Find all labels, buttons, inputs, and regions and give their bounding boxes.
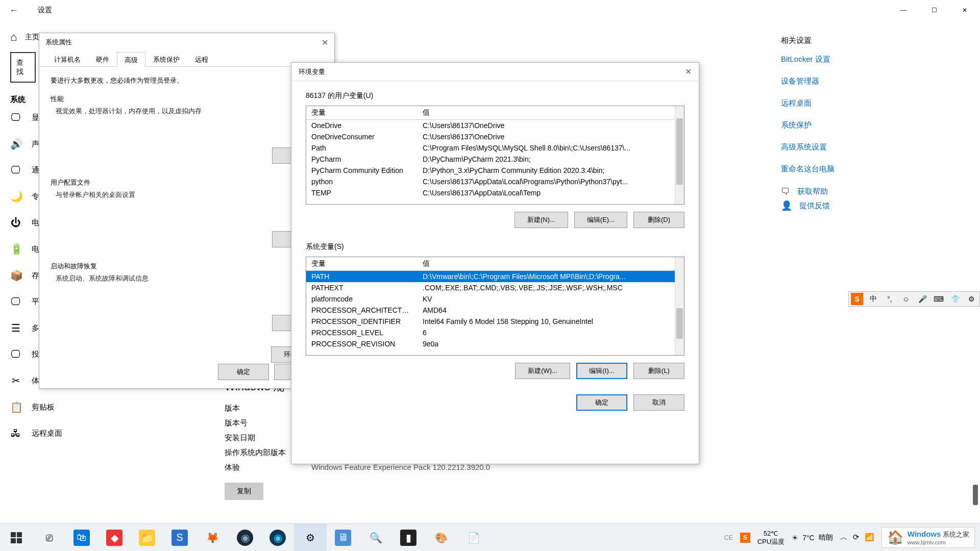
table-row[interactable]: PROCESSOR_ARCHITECTUREAMD64 — [306, 305, 684, 316]
scrollbar[interactable] — [675, 257, 684, 355]
close-icon[interactable]: ✕ — [685, 67, 692, 77]
nav-label: 声 — [32, 139, 39, 149]
sys-vars-table[interactable]: 变量 值 PATHD:\Vmware\bin\;C:\Program Files… — [306, 257, 684, 356]
tray-sync-icon[interactable]: ⟳ — [853, 533, 860, 542]
ime-symbol-icon[interactable]: ⚙ — [965, 293, 977, 305]
power-icon: ⏻ — [10, 217, 21, 229]
table-row[interactable]: TEMPC:\Users\86137\AppData\Local\Temp — [306, 187, 684, 198]
taskbar-app-control[interactable]: 🖥 — [327, 524, 359, 552]
tray-chevron-icon[interactable]: ︿ — [840, 533, 848, 542]
col-var-header[interactable]: 变量 — [306, 257, 418, 270]
table-row[interactable]: PyCharmD:\PyCharm\PyCharm 2021.3\bin; — [306, 154, 684, 165]
var-name: PROCESSOR_LEVEL — [306, 328, 418, 337]
table-row[interactable]: PyCharm Community EditionD:\Python_3.x\P… — [306, 165, 684, 176]
user-edit-button[interactable]: 编辑(E)... — [574, 212, 627, 228]
table-row[interactable]: PATHD:\Vmware\bin\;C:\Program Files\Micr… — [306, 271, 684, 282]
search-input[interactable]: 查找 — [10, 52, 36, 83]
sysprops-ok-button[interactable]: 确定 — [218, 364, 269, 380]
copy-button[interactable]: 复制 — [225, 483, 263, 500]
sys-edit-button[interactable]: 编辑(I)... — [576, 363, 627, 379]
taskbar-app-terminal[interactable]: ▮ — [392, 524, 425, 552]
table-row[interactable]: platformcodeKV — [306, 293, 684, 305]
var-name: OneDriveConsumer — [306, 132, 418, 141]
tray-wifi-icon[interactable]: 📶 — [865, 533, 874, 542]
taskbar-app-doc[interactable]: 📄 — [457, 524, 490, 552]
page-scrollbar[interactable] — [973, 485, 978, 505]
ime-mode[interactable]: 中 — [867, 293, 879, 305]
related-link[interactable]: BitLocker 设置 — [781, 55, 965, 64]
ime-symbol-icon[interactable]: ⌨ — [933, 293, 945, 305]
taskbar-app-explorer[interactable]: 📁 — [131, 524, 163, 552]
perf-label: 性能 — [51, 94, 323, 104]
scrollbar[interactable] — [675, 106, 684, 204]
user-delete-button[interactable]: 删除(D) — [633, 212, 684, 228]
envvars-ok-button[interactable]: 确定 — [576, 394, 627, 411]
col-var-header[interactable]: 变量 — [306, 106, 418, 119]
col-val-header[interactable]: 值 — [418, 106, 684, 119]
taskbar-app-search[interactable]: 🔍 — [359, 524, 392, 552]
close-icon[interactable]: ✕ — [322, 38, 328, 47]
sys-delete-button[interactable]: 删除(L) — [633, 363, 684, 379]
table-row[interactable]: OneDriveC:\Users\86137\OneDrive — [306, 120, 684, 131]
taskbar-app-paint[interactable]: 🎨 — [425, 524, 457, 552]
table-row[interactable]: PROCESSOR_REVISION9e0a — [306, 338, 684, 349]
start-button[interactable] — [0, 524, 33, 552]
tab-1[interactable]: 硬件 — [88, 52, 117, 66]
var-value: Intel64 Family 6 Model 158 Stepping 10, … — [418, 317, 684, 326]
close-button[interactable]: ✕ — [949, 0, 980, 20]
task-view-button[interactable]: ⎚ — [33, 524, 65, 552]
ime-symbol-icon[interactable]: 👕 — [949, 293, 961, 305]
ime-toolbar[interactable]: S 中 °,☺🎤⌨👕⚙ — [848, 291, 980, 307]
tab-0[interactable]: 计算机名 — [46, 52, 88, 66]
related-link[interactable]: 高级系统设置 — [781, 142, 965, 152]
ime-symbol-icon[interactable]: °, — [884, 293, 896, 305]
sidebar-item-clipboard[interactable]: 📋剪贴板 — [10, 394, 194, 420]
sys-new-button[interactable]: 新建(W)... — [515, 363, 570, 379]
table-row[interactable]: PROCESSOR_IDENTIFIERIntel64 Family 6 Mod… — [306, 316, 684, 327]
scroll-thumb[interactable] — [676, 118, 683, 185]
tray-lang[interactable]: CE — [724, 534, 733, 541]
table-row[interactable]: PATHEXT.COM;.EXE;.BAT;.CMD;.VBS;.VBE;.JS… — [306, 282, 684, 293]
back-arrow-icon[interactable]: ← — [5, 1, 22, 20]
sysprops-titlebar: 系统属性 ✕ — [39, 33, 334, 52]
focus-icon: 🌙 — [10, 190, 21, 203]
weather-block[interactable]: ☀ 7°C 晴朗 — [792, 533, 833, 542]
taskbar-app-red[interactable]: ◆ — [98, 524, 131, 552]
taskbar-app-steam[interactable]: ◉ — [229, 524, 261, 552]
ime-symbol-icon[interactable]: ☺ — [900, 293, 912, 305]
related-link[interactable]: 远程桌面 — [781, 98, 965, 108]
table-row[interactable]: PROCESSOR_LEVEL6 — [306, 327, 684, 338]
nav-label: 电 — [32, 244, 39, 254]
user-new-button[interactable]: 新建(N)... — [514, 212, 568, 228]
feedback-row[interactable]: 👤 提供反馈 — [781, 200, 965, 211]
table-row[interactable]: PathC:\Program Files\MySQL\MySQL Shell 8… — [306, 142, 684, 154]
help-row[interactable]: 🗨 获取帮助 — [781, 186, 965, 197]
maximize-button[interactable]: ☐ — [919, 0, 949, 20]
envvars-cancel-button[interactable]: 取消 — [633, 394, 684, 411]
envvars-title: 环境变量 — [299, 67, 325, 77]
table-row[interactable]: OneDriveConsumerC:\Users\86137\OneDrive — [306, 131, 684, 142]
taskbar-app-uplay[interactable]: ◉ — [261, 524, 294, 552]
related-link[interactable]: 重命名这台电脑 — [781, 164, 965, 174]
ime-symbol-icon[interactable]: 🎤 — [916, 293, 928, 305]
minimize-button[interactable]: — — [888, 0, 919, 20]
taskbar-app-store[interactable]: 🛍 — [65, 524, 98, 552]
related-link[interactable]: 系统保护 — [781, 120, 965, 130]
startup-label: 启动和故障恢复 — [51, 262, 323, 271]
tray-ime-icon[interactable]: S — [740, 533, 750, 543]
sidebar-item-remote[interactable]: 🖧远程桌面 — [10, 420, 194, 446]
taskbar-app-firefox[interactable]: 🦊 — [196, 524, 229, 552]
related-link[interactable]: 设备管理器 — [781, 77, 965, 86]
ime-sogou-icon[interactable]: S — [851, 293, 863, 305]
table-row[interactable]: pythonC:\Users\86137\AppData\Local\Progr… — [306, 176, 684, 187]
scroll-thumb[interactable] — [676, 308, 683, 339]
taskbar-app-settings[interactable]: ⚙ — [294, 524, 327, 552]
user-vars-table[interactable]: 变量 值 OneDriveC:\Users\86137\OneDriveOneD… — [306, 106, 684, 205]
cpu-temp-block[interactable]: 52℃ CPU温度 — [757, 530, 785, 545]
perf-desc: 视觉效果，处理器计划，内存使用，以及虚拟内存 — [56, 107, 323, 116]
taskbar-app-sublime[interactable]: S — [163, 524, 196, 552]
tab-3[interactable]: 系统保护 — [145, 52, 187, 66]
tab-4[interactable]: 远程 — [187, 52, 216, 66]
col-val-header[interactable]: 值 — [418, 257, 684, 270]
tab-2[interactable]: 高级 — [117, 52, 145, 67]
